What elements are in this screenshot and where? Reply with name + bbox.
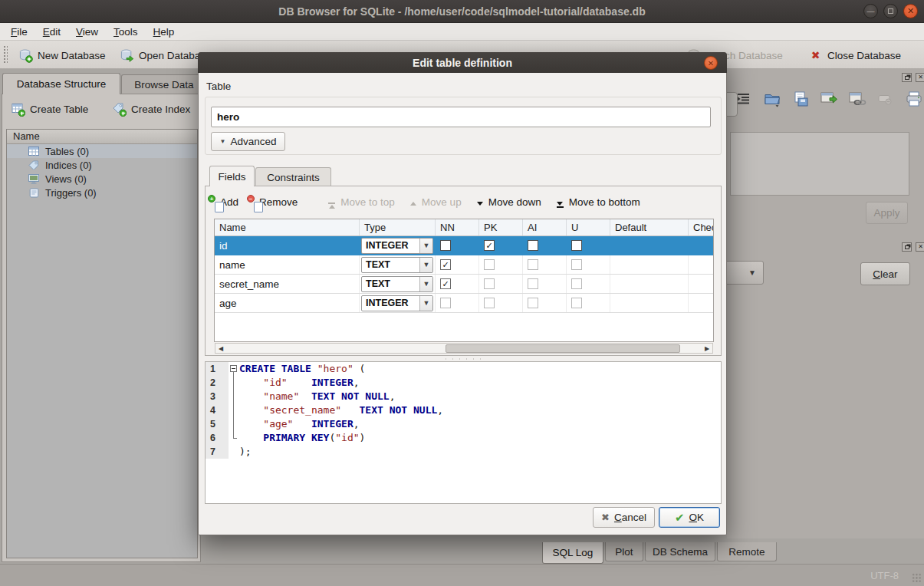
field-row-age[interactable]: ageINTEGER▼ (215, 294, 713, 313)
checkbox-ai[interactable] (523, 294, 567, 312)
float-dock-icon[interactable] (902, 73, 912, 82)
field-type-select[interactable]: INTEGER▼ (360, 236, 436, 255)
maximize-button[interactable] (883, 4, 898, 18)
bottom-tab-sql-log[interactable]: SQL Log (542, 542, 603, 564)
horizontal-scrollbar[interactable]: ◀ ▶ (215, 343, 713, 354)
bottom-tab-db-schema[interactable]: DB Schema (645, 542, 715, 561)
cell-editor-area[interactable] (730, 132, 909, 196)
field-check[interactable] (689, 236, 714, 255)
tree-item-tables[interactable]: Tables (0) (7, 144, 197, 158)
checkbox-u[interactable] (567, 255, 610, 274)
add-button[interactable]: +Add (215, 196, 238, 208)
field-check[interactable] (689, 294, 714, 312)
fields-tab-pane: +Add−RemoveMove to topMove upMove downMo… (205, 186, 722, 356)
close-dock-icon[interactable]: ✕ (916, 73, 924, 82)
field-type-select[interactable]: INTEGER▼ (360, 294, 436, 312)
move-down-button[interactable]: Move down (477, 196, 541, 208)
column-header-check[interactable]: Check (689, 219, 714, 235)
column-header-u[interactable]: U (567, 219, 610, 235)
minimize-button[interactable]: — (863, 4, 878, 18)
execute-icon[interactable] (820, 89, 838, 109)
menu-edit[interactable]: Edit (35, 25, 68, 39)
checkbox-u[interactable] (567, 294, 610, 312)
close-dialog-button[interactable]: ✕ (704, 56, 718, 70)
checkbox-nn[interactable] (436, 294, 479, 312)
checkbox-ai[interactable] (523, 275, 567, 293)
create-table-button[interactable]: Create Table (11, 102, 88, 117)
checkbox-nn[interactable]: ✓ (436, 255, 479, 274)
splitter-handle[interactable] (442, 357, 484, 360)
column-header-nn[interactable]: NN (436, 219, 479, 235)
tab-database-structure[interactable]: Database Structure (2, 73, 120, 94)
menu-file[interactable]: File (3, 25, 35, 39)
fold-marker-box[interactable] (229, 362, 239, 376)
checkbox-nn[interactable] (436, 236, 479, 255)
dialog-tab-fields[interactable]: Fields (209, 166, 255, 186)
checkbox-nn[interactable]: ✓ (436, 275, 479, 293)
scroll-right-icon[interactable]: ▶ (702, 344, 712, 353)
create-index-button[interactable]: Create Index (112, 102, 190, 117)
tree-column-header-name[interactable]: Name (7, 130, 197, 144)
column-header-ai[interactable]: AI (523, 219, 567, 235)
new-database-button[interactable]: New Database (18, 45, 106, 65)
field-row-secret-name[interactable]: secret_nameTEXT▼✓ (215, 275, 713, 294)
open-file-icon[interactable] (763, 89, 781, 109)
field-default[interactable] (610, 275, 689, 293)
tab-browse-data[interactable]: Browse Data (121, 74, 207, 94)
checkbox-ai[interactable] (523, 236, 567, 255)
close-database-button[interactable]: ✖ Close Database (808, 45, 901, 65)
field-default[interactable] (610, 294, 689, 312)
checkbox-ai[interactable] (523, 255, 567, 274)
tree-item-triggers[interactable]: Triggers (0) (7, 186, 197, 199)
column-header-pk[interactable]: PK (479, 219, 523, 235)
menu-help[interactable]: Help (146, 25, 182, 39)
dialog-tab-constraints[interactable]: Constraints (255, 167, 331, 186)
tree-item-indices[interactable]: Indices (0) (7, 158, 197, 172)
tree-item-views[interactable]: Views (0) (7, 172, 197, 186)
checkbox-pk[interactable] (479, 275, 523, 293)
resize-grip[interactable] (912, 573, 922, 583)
save-file-icon[interactable] (791, 89, 810, 109)
field-type-select[interactable]: TEXT▼ (360, 255, 436, 274)
move-to-bottom-button[interactable]: Move to bottom (557, 196, 640, 208)
close-window-button[interactable]: ✕ (903, 4, 918, 18)
checkbox-u[interactable] (567, 236, 610, 255)
link-icon[interactable] (848, 89, 866, 109)
checkbox-pk[interactable]: ✓ (479, 236, 523, 255)
dialog-titlebar[interactable]: Edit table definition (198, 52, 727, 73)
column-header-name[interactable]: Name (215, 219, 360, 235)
clear-button[interactable]: Clear (860, 262, 910, 285)
scroll-left-icon[interactable]: ◀ (215, 344, 226, 353)
column-header-type[interactable]: Type (360, 219, 436, 235)
remove-button[interactable]: −Remove (254, 196, 298, 208)
stop-icon[interactable] (876, 89, 895, 109)
bottom-tab-plot[interactable]: Plot (605, 542, 643, 561)
tree-item-label: Triggers (0) (45, 187, 97, 199)
field-check[interactable] (689, 255, 714, 274)
checkbox-u[interactable] (567, 275, 610, 293)
scrollbar-thumb[interactable] (446, 344, 680, 353)
menu-view[interactable]: View (68, 25, 106, 39)
bottom-tab-remote[interactable]: Remote (717, 542, 777, 561)
menu-tools[interactable]: Tools (106, 25, 146, 39)
column-header-default[interactable]: Default (610, 219, 689, 235)
checkbox-pk[interactable] (479, 294, 523, 312)
field-default[interactable] (610, 255, 689, 274)
field-type-select[interactable]: TEXT▼ (360, 275, 436, 293)
float-dock-icon[interactable] (902, 242, 912, 252)
advanced-button[interactable]: ▼ Advanced (211, 132, 285, 151)
window-titlebar[interactable]: DB Browser for SQLite - /home/user/code/… (0, 0, 924, 23)
checkbox-pk[interactable] (479, 255, 523, 274)
field-row-name[interactable]: nameTEXT▼✓ (215, 255, 713, 275)
ok-button[interactable]: ✔ OK (659, 507, 720, 528)
field-check[interactable] (689, 275, 714, 293)
field-default[interactable] (610, 236, 689, 255)
close-dock-icon[interactable]: ✕ (916, 242, 924, 252)
toolbar-drag-handle[interactable] (3, 45, 8, 64)
format-indent-icon[interactable] (735, 89, 753, 109)
fold-marker-none (229, 445, 239, 459)
field-row-id[interactable]: idINTEGER▼✓ (215, 236, 713, 255)
cancel-button[interactable]: ✖ Cancel (593, 507, 655, 528)
print-icon[interactable] (905, 89, 923, 109)
table-name-input[interactable] (211, 107, 711, 127)
